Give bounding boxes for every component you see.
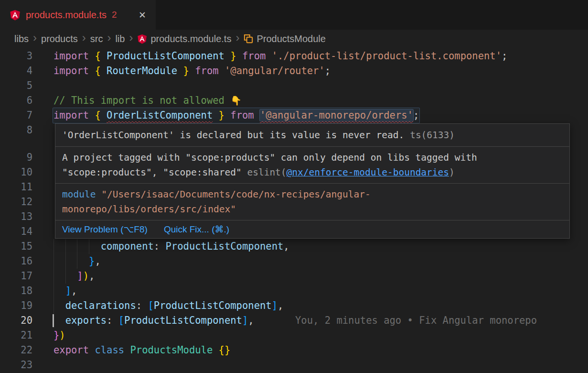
code-line-16[interactable]: 16}, bbox=[0, 254, 588, 269]
code-line-17[interactable]: 17]), bbox=[0, 269, 588, 284]
code-line-15[interactable]: 15component: ProductListComponent, bbox=[0, 239, 588, 254]
token: } bbox=[219, 110, 231, 121]
code-line-3[interactable]: 3import { ProductListComponent } from '.… bbox=[0, 49, 588, 64]
line-number: 14 bbox=[0, 224, 32, 239]
token: from bbox=[195, 65, 225, 77]
code-line-6[interactable]: 6// This import is not allowed 👇 bbox=[0, 93, 588, 108]
breadcrumb: libs›products›src›lib›products.module.ts… bbox=[0, 30, 588, 48]
breadcrumb-item-products[interactable]: products bbox=[41, 33, 78, 44]
token: ] bbox=[272, 300, 278, 311]
tab-problems-badge: 2 bbox=[112, 10, 117, 20]
line-content bbox=[53, 78, 588, 93]
code-line-7[interactable]: 7import { OrderListComponent } from '@an… bbox=[0, 108, 588, 123]
line-number: 17 bbox=[0, 269, 32, 284]
eslint-diagnostic-line1: A project tagged with "scope:products" c… bbox=[62, 150, 563, 165]
code-line-19[interactable]: 19declarations: [ProductListComponent], bbox=[0, 298, 588, 313]
code-line-20[interactable]: 20exports: [ProductListComponent],You, 2… bbox=[0, 313, 588, 328]
indent-guide bbox=[77, 239, 77, 254]
line-content: // This import is not allowed 👇 bbox=[53, 93, 588, 108]
line-number: 11 bbox=[0, 180, 32, 195]
view-problem-action[interactable]: View Problem (⌥F8) bbox=[62, 222, 148, 237]
token: , bbox=[283, 241, 289, 252]
token: } bbox=[183, 65, 195, 77]
line-content: import { ProductListComponent } from './… bbox=[53, 49, 588, 64]
token: { bbox=[95, 50, 107, 62]
token: : bbox=[154, 241, 166, 252]
indent-guide bbox=[65, 239, 66, 254]
line-number: 21 bbox=[0, 328, 32, 343]
line-content: }, bbox=[53, 254, 588, 269]
line-content: import { OrderListComponent } from '@ang… bbox=[53, 108, 588, 123]
breadcrumb-label: ProductsModule bbox=[257, 33, 326, 44]
breadcrumb-item-src[interactable]: src bbox=[90, 33, 103, 44]
token: export bbox=[53, 344, 95, 356]
token: } bbox=[230, 50, 242, 62]
token: import bbox=[53, 65, 95, 77]
indent-guide bbox=[53, 239, 54, 254]
chevron-right-icon: › bbox=[235, 32, 239, 44]
class-icon bbox=[244, 34, 253, 44]
token: , bbox=[278, 300, 283, 311]
line-number: 18 bbox=[0, 284, 32, 298]
token: from bbox=[230, 110, 260, 121]
token: { bbox=[95, 110, 107, 121]
token: OrderListComponent bbox=[107, 110, 213, 121]
code-line-18[interactable]: 18], bbox=[0, 284, 588, 298]
text-cursor bbox=[53, 314, 54, 327]
line-number: 8 bbox=[0, 123, 32, 138]
breadcrumb-label: products bbox=[41, 33, 78, 44]
token: import bbox=[53, 110, 95, 121]
token: ProductsModule bbox=[130, 344, 213, 356]
code-line-22[interactable]: 22export class ProductsModule {} bbox=[0, 343, 588, 358]
indent-guide bbox=[53, 284, 54, 298]
line-content bbox=[53, 358, 588, 373]
code-line-23[interactable]: 23 bbox=[0, 358, 588, 373]
hover-action-bar: View Problem (⌥F8) Quick Fix... (⌘.) bbox=[55, 220, 569, 238]
token: ProductListComponent bbox=[154, 300, 272, 311]
token: , bbox=[71, 285, 77, 296]
line-number: 19 bbox=[0, 298, 32, 313]
indent-guide bbox=[89, 239, 89, 254]
module-quickinfo: module "/Users/isaac/Documents/code/nx-r… bbox=[55, 184, 569, 220]
eslint-diagnostic-line2: "scope:products", "scope:shared" eslint(… bbox=[62, 165, 563, 180]
token: ; bbox=[325, 65, 331, 77]
line-content: component: ProductListComponent, bbox=[53, 239, 588, 254]
token: 👇 bbox=[230, 95, 242, 106]
token: ; bbox=[502, 50, 507, 62]
hover-range-highlight: import { OrderListComponent } from '@ang… bbox=[53, 108, 420, 123]
close-icon[interactable]: ✕ bbox=[137, 9, 148, 22]
line-number: 5 bbox=[0, 78, 32, 93]
token: import bbox=[53, 50, 95, 62]
breadcrumb-item-productsmodule[interactable]: ProductsModule bbox=[244, 33, 326, 44]
module-keyword: module bbox=[62, 189, 96, 200]
line-number: 7 bbox=[0, 108, 32, 123]
breadcrumb-item-lib[interactable]: lib bbox=[115, 33, 125, 44]
token bbox=[213, 110, 218, 121]
token: { bbox=[95, 65, 107, 77]
code-line-5[interactable]: 5 bbox=[0, 78, 588, 93]
line-number: 15 bbox=[0, 239, 32, 254]
code-line-4[interactable]: 4import { RouterModule } from '@angular/… bbox=[0, 64, 588, 78]
token: , bbox=[248, 315, 254, 326]
breadcrumb-item-products-module-ts[interactable]: products.module.ts bbox=[137, 33, 231, 44]
indent-guide bbox=[65, 269, 66, 284]
tab-products-module-ts[interactable]: products.module.ts 2 ✕ bbox=[0, 0, 156, 30]
eslint-rule-link[interactable]: @nx/enforce-module-boundaries bbox=[287, 167, 449, 178]
token: '@angular-monorepo/orders' bbox=[260, 110, 413, 121]
line-number: 16 bbox=[0, 254, 32, 269]
line-number: 4 bbox=[0, 64, 32, 78]
indent-guide bbox=[77, 254, 77, 269]
indent-guide bbox=[65, 254, 66, 269]
token: {} bbox=[219, 344, 231, 356]
code-line-21[interactable]: 21}) bbox=[0, 328, 588, 343]
chevron-right-icon: › bbox=[129, 32, 133, 44]
hover-popup: 'OrderListComponent' is declared but its… bbox=[55, 123, 570, 239]
quick-fix-action[interactable]: Quick Fix... (⌘.) bbox=[164, 222, 229, 237]
token: RouterModule bbox=[107, 65, 177, 77]
line-number: 9 bbox=[0, 150, 32, 165]
line-content: exports: [ProductListComponent],You, 2 m… bbox=[53, 313, 588, 328]
token: './product-list/product-list.component' bbox=[272, 50, 502, 62]
breadcrumb-item-libs[interactable]: libs bbox=[14, 33, 29, 44]
token: , bbox=[95, 255, 100, 267]
token: ] bbox=[77, 270, 83, 282]
